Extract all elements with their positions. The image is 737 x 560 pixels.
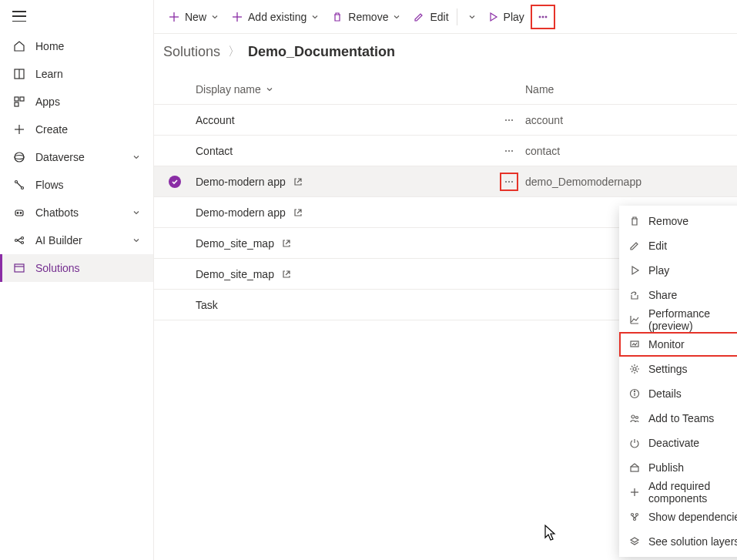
svg-point-43 xyxy=(636,417,638,419)
row-display-name[interactable]: Task xyxy=(196,299,218,311)
sidebar: Home Learn Apps Create Dataverse Flows C… xyxy=(0,0,154,560)
context-menu-item-publish[interactable]: Publish xyxy=(619,455,737,480)
more-icon xyxy=(537,11,549,23)
context-menu-item-deactivate[interactable]: Deactivate xyxy=(619,431,737,455)
table-row[interactable]: Accountaccount xyxy=(154,105,737,136)
row-more-button[interactable] xyxy=(501,143,517,159)
play-button[interactable]: Play xyxy=(481,5,531,29)
svg-rect-19 xyxy=(15,264,24,272)
context-menu-item-add-required-components[interactable]: Add required components xyxy=(619,480,737,505)
apps-icon xyxy=(12,95,26,109)
cmd-label: Play xyxy=(504,11,524,23)
context-menu-item-monitor[interactable]: Monitor xyxy=(619,332,737,357)
sidebar-item-dataverse[interactable]: Dataverse xyxy=(0,143,153,171)
svg-point-8 xyxy=(15,156,24,159)
home-icon xyxy=(12,39,26,53)
new-button[interactable]: New xyxy=(162,5,225,29)
breadcrumb: Solutions 〉 Demo_Documentation xyxy=(154,34,737,69)
info-icon xyxy=(628,387,641,400)
dataverse-icon xyxy=(12,150,26,164)
sidebar-item-label: AI Builder xyxy=(35,234,132,246)
svg-point-16 xyxy=(22,242,24,244)
external-link-icon xyxy=(282,239,291,248)
edit-dropdown-button[interactable] xyxy=(459,5,481,29)
row-display-name[interactable]: Demo_site_map xyxy=(196,268,274,280)
hamburger-button[interactable] xyxy=(0,0,153,29)
context-menu-item-show-dependencies[interactable]: Show dependencies xyxy=(619,505,737,529)
svg-line-17 xyxy=(18,238,22,240)
chevron-down-icon xyxy=(266,86,273,93)
context-menu-item-see-solution-layers[interactable]: See solution layers xyxy=(619,529,737,554)
svg-point-47 xyxy=(631,514,634,516)
sidebar-item-chatbots[interactable]: Chatbots xyxy=(0,199,153,226)
row-display-name[interactable]: Account xyxy=(196,114,235,126)
context-menu-item-add-to-teams[interactable]: Add to Teams xyxy=(619,406,737,431)
svg-point-42 xyxy=(631,415,635,418)
sidebar-item-solutions[interactable]: Solutions xyxy=(0,254,153,282)
svg-point-41 xyxy=(634,391,635,391)
plus-icon xyxy=(168,11,180,23)
sidebar-item-label: Solutions xyxy=(35,262,141,274)
sidebar-item-label: Apps xyxy=(35,96,141,108)
context-menu-item-performance-preview-[interactable]: Performance (preview) xyxy=(619,307,737,332)
cmd-label: New xyxy=(185,11,206,23)
sidebar-item-flows[interactable]: Flows xyxy=(0,171,153,199)
plus-icon xyxy=(231,11,243,23)
edit-button[interactable]: Edit xyxy=(407,5,454,29)
sidebar-item-label: Learn xyxy=(35,68,141,80)
sidebar-item-apps[interactable]: Apps xyxy=(0,88,153,116)
svg-point-38 xyxy=(633,367,636,371)
context-menu-item-details[interactable]: Details xyxy=(619,381,737,406)
breadcrumb-root[interactable]: Solutions xyxy=(163,44,220,60)
chevron-down-icon xyxy=(211,13,219,21)
plus-icon xyxy=(628,486,641,498)
remove-button[interactable]: Remove xyxy=(325,5,407,29)
sidebar-item-home[interactable]: Home xyxy=(0,32,153,60)
svg-point-28 xyxy=(505,119,507,121)
column-header-display-name[interactable]: Display name xyxy=(196,83,496,96)
row-more-button[interactable] xyxy=(500,173,518,191)
breadcrumb-separator: 〉 xyxy=(228,44,240,60)
svg-point-36 xyxy=(511,181,513,183)
table-header: Display name Name xyxy=(154,74,737,105)
plus-icon xyxy=(12,122,26,136)
chart-icon xyxy=(628,314,641,326)
column-header-name[interactable]: Name xyxy=(522,83,737,96)
add-existing-button[interactable]: Add existing xyxy=(225,5,325,29)
svg-point-15 xyxy=(22,237,24,240)
sidebar-item-create[interactable]: Create xyxy=(0,116,153,143)
row-select[interactable] xyxy=(154,176,196,188)
context-menu-item-label: Add required components xyxy=(648,480,737,505)
row-display-name[interactable]: Demo_site_map xyxy=(196,237,274,250)
more-commands-button[interactable] xyxy=(531,5,555,29)
context-menu-item-remove[interactable]: Remove xyxy=(619,209,737,233)
deps-icon xyxy=(628,511,641,523)
publish-icon xyxy=(628,461,641,474)
row-display-name[interactable]: Demo-modern app xyxy=(196,176,286,188)
context-menu-item-share[interactable]: Share xyxy=(619,283,737,307)
context-menu-item-settings[interactable]: Settings xyxy=(619,357,737,381)
pencil-icon xyxy=(628,240,641,252)
row-display-name[interactable]: Demo-modern app xyxy=(196,206,286,219)
sidebar-item-label: Create xyxy=(35,123,141,136)
row-more-button[interactable] xyxy=(501,112,517,128)
svg-point-34 xyxy=(505,181,507,183)
chevron-down-icon xyxy=(468,13,476,21)
external-link-icon xyxy=(293,208,303,217)
context-menu-item-play[interactable]: Play xyxy=(619,258,737,283)
context-menu-item-label: Remove xyxy=(648,215,737,227)
row-display-name[interactable]: Contact xyxy=(196,145,233,157)
context-menu-item-label: Publish xyxy=(648,461,737,474)
svg-point-49 xyxy=(634,518,636,521)
table-row[interactable]: Contactcontact xyxy=(154,136,737,166)
table-row[interactable]: Demo-modern appdemo_Demomodernapp xyxy=(154,166,737,197)
svg-point-13 xyxy=(20,213,22,214)
svg-point-27 xyxy=(545,16,547,18)
svg-point-31 xyxy=(505,150,507,152)
chevron-down-icon xyxy=(311,13,319,21)
context-menu-item-edit[interactable]: Edit xyxy=(619,233,737,258)
sidebar-item-ai-builder[interactable]: AI Builder xyxy=(0,226,153,254)
sidebar-item-learn[interactable]: Learn xyxy=(0,60,153,88)
chevron-down-icon xyxy=(132,208,141,217)
ai-icon xyxy=(12,233,26,247)
